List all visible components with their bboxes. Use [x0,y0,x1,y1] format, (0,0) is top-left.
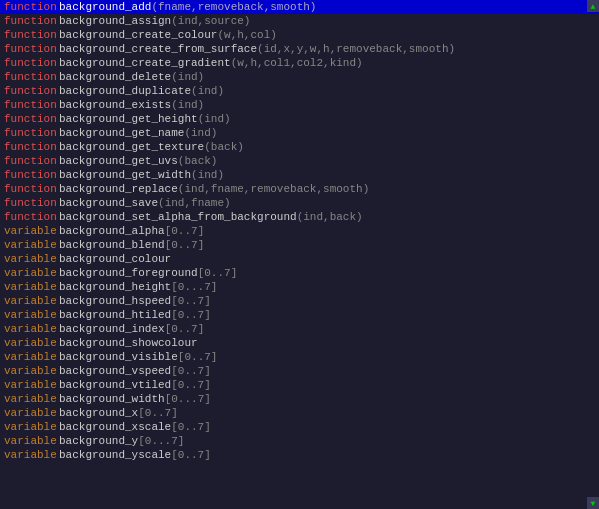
list-item[interactable]: variablebackground_x[0..7] [0,406,599,420]
item-name-label: background_replace(ind,fname,removeback,… [59,183,369,195]
list-item[interactable]: functionbackground_create_gradient(w,h,c… [0,56,599,70]
item-params: [0...7] [171,281,217,293]
item-name-label: background_create_from_surface(id,x,y,w,… [59,43,455,55]
item-name-label: background_get_texture(back) [59,141,244,153]
list-item[interactable]: functionbackground_get_height(ind) [0,112,599,126]
item-type-label: function [4,127,59,139]
item-params: [0..7] [171,295,211,307]
list-item[interactable]: functionbackground_get_name(ind) [0,126,599,140]
item-params: (back) [178,155,218,167]
item-name-label: background_htiled[0..7] [59,309,211,321]
item-name-label: background_create_gradient(w,h,col1,col2… [59,57,363,69]
list-item[interactable]: functionbackground_exists(ind) [0,98,599,112]
item-type-label: function [4,29,59,41]
item-params: [0..7] [171,379,211,391]
item-type-label: variable [4,309,59,321]
item-name-label: background_get_height(ind) [59,113,231,125]
scroll-down-button[interactable]: ▼ [587,497,599,509]
item-name-label: background_width[0...7] [59,393,211,405]
list-item[interactable]: functionbackground_create_from_surface(i… [0,42,599,56]
list-item[interactable]: variablebackground_yscale[0..7] [0,448,599,462]
list-item[interactable]: variablebackground_vtiled[0..7] [0,378,599,392]
list-item[interactable]: variablebackground_htiled[0..7] [0,308,599,322]
item-type-label: function [4,85,59,97]
item-name-label: background_add(fname,removeback,smooth) [59,1,316,13]
item-params: (ind,back) [297,211,363,223]
item-type-label: function [4,57,59,69]
item-params: [0..7] [138,407,178,419]
item-name-label: background_showcolour [59,337,198,349]
list-item[interactable]: variablebackground_y[0...7] [0,434,599,448]
list-item[interactable]: functionbackground_set_alpha_from_backgr… [0,210,599,224]
list-item[interactable]: variablebackground_index[0..7] [0,322,599,336]
list-item[interactable]: variablebackground_hspeed[0..7] [0,294,599,308]
list-item[interactable]: functionbackground_assign(ind,source) [0,14,599,28]
list-area: ▲ functionbackground_add(fname,removebac… [0,0,599,509]
item-name-label: background_index[0..7] [59,323,204,335]
list-item[interactable]: functionbackground_get_texture(back) [0,140,599,154]
list-item[interactable]: variablebackground_alpha[0..7] [0,224,599,238]
item-name-label: background_set_alpha_from_background(ind… [59,211,363,223]
item-params: (ind,fname) [158,197,231,209]
list-item[interactable]: functionbackground_create_colour(w,h,col… [0,28,599,42]
list-item[interactable]: variablebackground_colour [0,252,599,266]
item-params: [0..7] [171,449,211,461]
item-params: [0..7] [171,421,211,433]
item-type-label: function [4,197,59,209]
main-container: ▲ functionbackground_add(fname,removebac… [0,0,599,509]
list-item[interactable]: variablebackground_foreground[0..7] [0,266,599,280]
item-params: (ind) [171,71,204,83]
item-params: [0..7] [171,309,211,321]
item-name-label: background_get_width(ind) [59,169,224,181]
item-name-label: background_create_colour(w,h,col) [59,29,277,41]
item-params: [0..7] [198,267,238,279]
list-item[interactable]: functionbackground_delete(ind) [0,70,599,84]
list-item[interactable]: functionbackground_get_width(ind) [0,168,599,182]
item-params: [0..7] [178,351,218,363]
item-params: [0..7] [165,239,205,251]
function-list[interactable]: functionbackground_add(fname,removeback,… [0,0,599,509]
item-type-label: function [4,211,59,223]
item-type-label: variable [4,421,59,433]
list-item[interactable]: variablebackground_height[0...7] [0,280,599,294]
item-params: (ind,fname,removeback,smooth) [178,183,369,195]
item-name-label: background_xscale[0..7] [59,421,211,433]
list-item[interactable]: variablebackground_visible[0..7] [0,350,599,364]
list-item[interactable]: variablebackground_width[0...7] [0,392,599,406]
list-item[interactable]: functionbackground_get_uvs(back) [0,154,599,168]
item-type-label: variable [4,393,59,405]
item-params: [0...7] [138,435,184,447]
item-name-label: background_blend[0..7] [59,239,204,251]
list-item[interactable]: functionbackground_duplicate(ind) [0,84,599,98]
item-params: (ind) [191,85,224,97]
item-params: (ind) [171,99,204,111]
item-name-label: background_hspeed[0..7] [59,295,211,307]
list-item[interactable]: functionbackground_save(ind,fname) [0,196,599,210]
item-type-label: variable [4,225,59,237]
item-type-label: function [4,141,59,153]
item-type-label: variable [4,407,59,419]
list-item[interactable]: variablebackground_showcolour [0,336,599,350]
item-type-label: variable [4,295,59,307]
scroll-up-button[interactable]: ▲ [587,0,599,12]
list-item[interactable]: variablebackground_blend[0..7] [0,238,599,252]
item-type-label: variable [4,435,59,447]
item-name-label: background_x[0..7] [59,407,178,419]
item-params: [0..7] [165,323,205,335]
item-type-label: function [4,183,59,195]
item-type-label: variable [4,267,59,279]
item-type-label: variable [4,253,59,265]
item-params: (ind) [198,113,231,125]
item-name-label: background_foreground[0..7] [59,267,237,279]
item-params: [0..7] [171,365,211,377]
item-name-label: background_vspeed[0..7] [59,365,211,377]
item-name-label: background_yscale[0..7] [59,449,211,461]
item-name-label: background_height[0...7] [59,281,217,293]
list-item[interactable]: variablebackground_xscale[0..7] [0,420,599,434]
list-item[interactable]: functionbackground_replace(ind,fname,rem… [0,182,599,196]
item-params: (ind) [191,169,224,181]
item-params: (w,h,col) [217,29,276,41]
list-item[interactable]: variablebackground_vspeed[0..7] [0,364,599,378]
list-item[interactable]: functionbackground_add(fname,removeback,… [0,0,599,14]
item-type-label: variable [4,449,59,461]
